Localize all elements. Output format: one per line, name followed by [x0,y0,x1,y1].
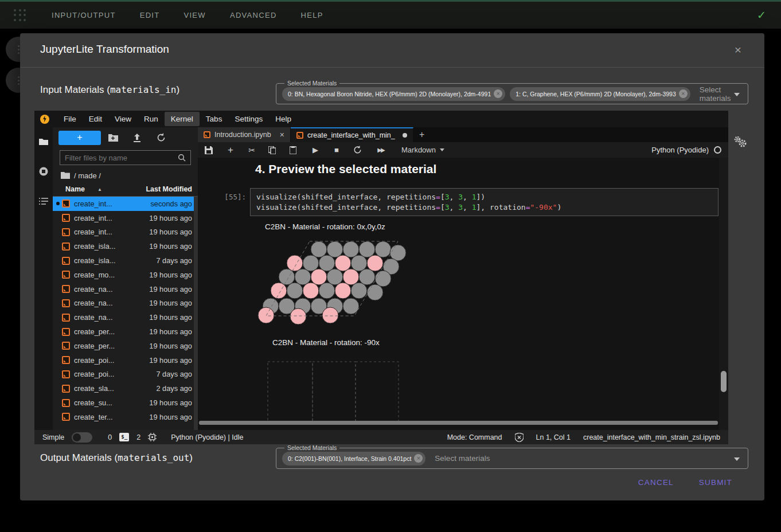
breadcrumb[interactable]: / made / [53,169,198,182]
file-row[interactable]: create_isla...7 days ago [53,253,198,268]
markdown-heading[interactable]: 4. Preview the selected material [255,162,436,176]
menu-edit[interactable]: EDIT [140,11,160,19]
add-cell-icon[interactable]: + [226,144,235,156]
atom-pink [367,255,383,271]
material-chip[interactable]: 1: C, Graphene, HEX (P6/mmm) 2D (Monolay… [510,87,690,101]
simple-mode-toggle[interactable] [72,432,92,443]
dialog-title: JupyterLite Transformation [40,43,169,56]
menu-input-output[interactable]: INPUT/OUTPUT [52,11,116,19]
submit-button[interactable]: SUBMIT [699,478,732,487]
chip-delete-icon[interactable]: × [414,454,423,463]
restart-kernel-icon[interactable] [353,146,362,154]
file-row[interactable]: create_mo...19 hours ago [53,268,198,282]
file-name: create_sla... [74,384,114,393]
output-material-chips: 0: C2(001)-BN(001), Interface, Strain 0.… [282,452,425,466]
column-last-modified[interactable]: Last Modified [146,185,192,193]
file-list-scrollbar[interactable] [194,197,198,430]
input-materials-select[interactable]: Selected Materials 0: BN, Hexagonal Boro… [276,83,748,104]
jupyter-menu-tabs[interactable]: Tabs [200,112,229,126]
cut-cell-icon[interactable]: ✂ [247,146,256,155]
copy-cell-icon[interactable] [268,146,278,154]
file-row[interactable]: create_per...19 hours ago [53,324,198,339]
tab-create-interface-with-min[interactable]: create_interface_with_min_ [291,127,413,142]
menu-help[interactable]: HELP [301,11,323,19]
unsaved-dot [403,133,407,138]
horizontal-scrollbar[interactable] [199,421,718,425]
file-browser-icon[interactable] [38,136,49,147]
jupyter-menu-kernel[interactable]: Kernel [165,112,200,126]
file-row[interactable]: create_na...19 hours ago [53,310,198,324]
kernels-count[interactable]: 2 [136,433,140,441]
file-row[interactable]: create_na...19 hours ago [53,282,198,296]
chip-delete-icon[interactable]: × [679,89,688,98]
terminals-count[interactable]: 0 [108,433,112,441]
restart-run-all-icon[interactable]: ▶▶ [374,147,387,153]
cursor-position[interactable]: Ln 1, Col 1 [536,433,571,441]
run-cell-icon[interactable]: ▶ [311,146,320,154]
notebook-content[interactable]: 4. Preview the selected material [55]: v… [198,158,728,430]
output-materials-select[interactable]: Selected Materials 0: C2(001)-BN(001), I… [276,448,748,469]
filter-files-input[interactable] [65,154,178,162]
apps-grid-icon[interactable] [14,9,26,22]
running-sessions-icon[interactable] [38,166,49,177]
vertical-scrollbar-thumb[interactable] [721,371,727,392]
material-chip[interactable]: 0: C2(001)-BN(001), Interface, Strain 0.… [282,452,425,466]
jupyter-menu-run[interactable]: Run [138,112,165,126]
active-filename[interactable]: create_interface_with_min_strain_zsl.ipy… [583,433,720,441]
atom-gray [343,241,359,257]
menu-view[interactable]: VIEW [183,11,205,19]
file-row[interactable]: create_poi...7 days ago [53,367,198,382]
cancel-button[interactable]: CANCEL [638,478,674,487]
material-chip[interactable]: 0: BN, Hexagonal Boron Nitride, HEX (P6/… [282,87,505,101]
table-of-contents-icon[interactable] [38,196,49,206]
jupyter-menu-help[interactable]: Help [269,112,298,126]
file-modified: 19 hours ago [149,299,192,307]
column-name[interactable]: Name [65,185,85,193]
file-browser-panel: + / made / [53,127,198,430]
file-row[interactable]: create_su...19 hours ago [53,396,198,410]
notebook-icon [62,399,70,407]
notebook-icon [296,132,303,139]
jupyter-menu-view[interactable]: View [108,112,138,126]
kernel-status-text[interactable]: Python (Pyodide) | Idle [171,433,243,441]
new-tab-icon[interactable]: + [413,127,431,142]
chevron-down-icon[interactable] [734,457,740,461]
cell-type-dropdown[interactable]: Markdown [401,146,444,154]
settings-gears-icon[interactable] [733,135,748,149]
code-cell[interactable]: visualize(shifted_interface, repetitions… [250,188,718,216]
new-folder-icon[interactable] [101,134,125,142]
file-row[interactable]: create_per...19 hours ago [53,339,198,353]
upload-icon[interactable] [125,134,149,142]
file-row[interactable]: create_sla...2 days ago [53,381,198,396]
material-chip-label: 1: C, Graphene, HEX (P6/mmm) 2D (Monolay… [516,91,676,97]
file-row[interactable]: create_ter...19 hours ago [53,410,198,424]
file-row[interactable]: create_isla...19 hours ago [53,239,198,253]
save-icon[interactable] [205,146,214,154]
jupyter-menu-settings[interactable]: Settings [228,112,269,126]
kernel-status-icon[interactable] [714,146,721,154]
new-launcher-button[interactable]: + [58,131,101,145]
dialog-actions: CANCEL SUBMIT [638,478,732,487]
tab-introduction-ipynb[interactable]: Introduction.ipynb× [198,127,291,142]
app-menu: INPUT/OUTPUTEDITVIEWADVANCEDHELP [52,11,323,19]
chevron-down-icon[interactable] [734,93,740,96]
kernel-name: Python (Pyodide) [651,146,709,154]
file-row[interactable]: create_int...19 hours ago [53,225,198,240]
stop-kernel-icon[interactable]: ■ [332,146,341,154]
file-row[interactable]: create_int...19 hours ago [53,211,198,225]
file-row[interactable]: create_int...seconds ago [53,197,198,211]
file-row[interactable]: create_na...19 hours ago [53,296,198,311]
paste-cell-icon[interactable] [290,146,299,154]
refresh-icon[interactable] [149,133,173,142]
jupyter-menu-edit[interactable]: Edit [83,112,108,126]
menu-advanced[interactable]: ADVANCED [230,11,277,19]
atom-pink [303,283,319,299]
close-icon[interactable]: × [735,44,741,56]
tab-close-icon[interactable]: × [280,130,284,139]
file-list-header[interactable]: Name ▲ Last Modified [53,182,198,197]
jupyterlab-panel: FileEditViewRunKernelTabsSettingsHelp [34,111,728,444]
file-row[interactable]: create_poi...19 hours ago [53,353,198,367]
mode-indicator[interactable]: Mode: Command [447,433,502,441]
chip-delete-icon[interactable]: × [494,89,502,98]
jupyter-menu-file[interactable]: File [57,112,83,126]
